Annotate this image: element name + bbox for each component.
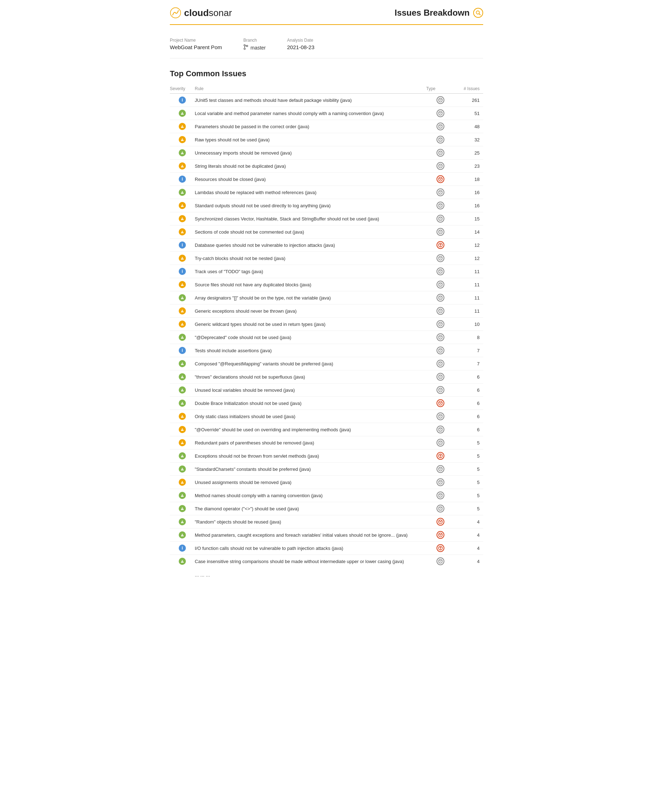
table-row[interactable]: i I/O function calls should not be vulne…	[170, 542, 483, 555]
issues-count: 48	[455, 124, 483, 129]
type-codesmell-icon	[436, 122, 444, 130]
rule-cell: Generic exceptions should never be throw…	[195, 308, 426, 314]
svg-point-93	[439, 349, 440, 350]
svg-point-104	[441, 375, 441, 376]
table-row[interactable]: Local variable and method parameter name…	[170, 107, 483, 120]
type-vuln-icon	[436, 544, 444, 552]
severity-major-icon	[179, 123, 186, 130]
svg-point-151	[439, 507, 440, 508]
svg-point-142	[441, 481, 441, 481]
severity-cell	[170, 215, 195, 222]
svg-point-86	[441, 323, 441, 324]
table-row[interactable]: "@Override" should be used on overriding…	[170, 423, 483, 436]
severity-info-icon: i	[179, 347, 186, 354]
table-row[interactable]: "throws" declarations should not be supe…	[170, 370, 483, 383]
table-row[interactable]: String literals should not be duplicated…	[170, 160, 483, 173]
svg-point-168	[441, 560, 441, 560]
table-row[interactable]: Synchronized classes Vector, Hashtable, …	[170, 212, 483, 226]
table-row[interactable]: Raw types should not be used (java) 32	[170, 133, 483, 147]
table-row[interactable]: Parameters should be passed in the corre…	[170, 120, 483, 133]
table-row[interactable]: Exceptions should not be thrown from ser…	[170, 449, 483, 462]
svg-point-50	[439, 217, 442, 221]
table-row[interactable]: i Tests should include assertions (java)…	[170, 344, 483, 357]
table-row[interactable]: i Database queries should not be vulnera…	[170, 239, 483, 252]
type-cell	[426, 136, 455, 143]
severity-cell	[170, 149, 195, 156]
severity-cell	[170, 400, 195, 407]
type-codesmell-icon	[436, 281, 444, 288]
rule-cell: JUnit5 test classes and methods should h…	[195, 98, 426, 103]
rule-cell: String literals should not be duplicated…	[195, 163, 426, 169]
svg-point-23	[439, 138, 440, 139]
table-row[interactable]: Double Brace Initialization should not b…	[170, 397, 483, 410]
svg-point-18	[439, 125, 440, 126]
table-row[interactable]: Method names should comply with a naming…	[170, 489, 483, 502]
svg-line-162	[441, 534, 441, 534]
table-row[interactable]: Sections of code should not be commented…	[170, 226, 483, 239]
rule-cell: Database queries should not be vulnerabl…	[195, 243, 426, 248]
svg-point-127	[439, 441, 442, 445]
table-row[interactable]: Generic wildcard types should not be use…	[170, 317, 483, 331]
project-value: WebGoat Parent Pom	[170, 44, 222, 50]
issues-count: 5	[455, 506, 483, 511]
branch-icon	[243, 44, 248, 51]
issues-count: 4	[455, 546, 483, 551]
severity-info-icon: i	[179, 268, 186, 275]
search-icon[interactable]	[473, 8, 483, 18]
severity-cell: i	[170, 347, 195, 354]
rule-cell: Composed "@RequestMapping" variants shou…	[195, 361, 426, 366]
table-row[interactable]: Unused assignments should be removed (ja…	[170, 476, 483, 489]
svg-point-27	[439, 151, 442, 155]
table-row[interactable]: "Random" objects should be reused (java)…	[170, 515, 483, 528]
svg-point-96	[182, 364, 182, 365]
table-row[interactable]: Composed "@RequestMapping" variants shou…	[170, 357, 483, 370]
table-row[interactable]: Redundant pairs of parentheses should be…	[170, 436, 483, 449]
type-codesmell-icon	[436, 557, 444, 565]
type-cell	[426, 478, 455, 486]
severity-minor-icon	[179, 492, 186, 499]
svg-point-144	[182, 496, 182, 496]
severity-cell	[170, 386, 195, 394]
table-row[interactable]: "@Deprecated" code should not be used (j…	[170, 331, 483, 344]
svg-point-74	[439, 296, 442, 300]
table-row[interactable]: i JUnit5 test classes and methods should…	[170, 94, 483, 107]
svg-point-109	[441, 389, 441, 389]
table-row[interactable]: i Track uses of "TODO" tags (java) 11	[170, 265, 483, 278]
type-cell	[426, 254, 455, 262]
table-row[interactable]: i Resources should be closed (java) 18	[170, 173, 483, 186]
table-row[interactable]: The diamond operator ("<>") should be us…	[170, 502, 483, 515]
table-row[interactable]: Standard outputs should not be used dire…	[170, 199, 483, 212]
svg-point-122	[439, 428, 442, 432]
table-row[interactable]: Unnecessary imports should be removed (j…	[170, 147, 483, 160]
svg-line-161	[439, 534, 440, 534]
svg-point-131	[182, 456, 182, 457]
svg-point-63	[441, 257, 441, 258]
issues-count: 12	[455, 256, 483, 261]
type-cell	[426, 162, 455, 170]
svg-point-49	[182, 219, 182, 220]
issues-count: 5	[455, 453, 483, 459]
svg-point-117	[439, 415, 442, 418]
svg-point-85	[439, 323, 440, 324]
type-cell	[426, 386, 455, 394]
severity-cell: i	[170, 545, 195, 552]
severity-cell	[170, 334, 195, 341]
table-row[interactable]: Only static class initializers should be…	[170, 410, 483, 423]
table-row[interactable]: Try-catch blocks should not be nested (j…	[170, 252, 483, 265]
table-row[interactable]: Lambdas should be replaced with method r…	[170, 186, 483, 199]
branch-meta: Branch master	[243, 38, 265, 51]
table-row[interactable]: Method parameters, caught exceptions and…	[170, 528, 483, 542]
svg-point-94	[441, 349, 441, 350]
type-cell	[426, 333, 455, 341]
table-row[interactable]: Source files should not have any duplica…	[170, 278, 483, 292]
col-rule: Rule	[195, 86, 426, 91]
table-row[interactable]: Unused local variables should be removed…	[170, 383, 483, 397]
svg-point-152	[441, 507, 441, 508]
table-row[interactable]: "StandardCharsets" constants should be p…	[170, 462, 483, 476]
type-cell	[426, 557, 455, 565]
table-row[interactable]: Case insensitive string comparisons shou…	[170, 555, 483, 568]
table-row[interactable]: Array designators "[]" should be on the …	[170, 292, 483, 304]
issues-count: 11	[455, 282, 483, 287]
severity-cell	[170, 123, 195, 130]
table-row[interactable]: Generic exceptions should never be throw…	[170, 304, 483, 317]
